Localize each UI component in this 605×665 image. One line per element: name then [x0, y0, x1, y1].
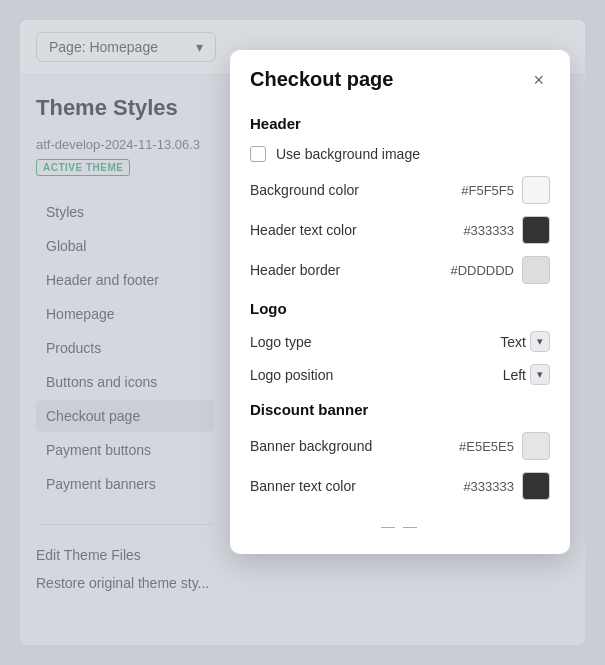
use-background-image-row: Use background image	[250, 146, 550, 162]
banner-text-color-value: #333333	[463, 479, 514, 494]
header-text-color-label: Header text color	[250, 222, 357, 238]
background-color-label: Background color	[250, 182, 359, 198]
logo-section-title: Logo	[250, 300, 550, 317]
logo-type-select: Text ▾	[500, 331, 550, 352]
banner-background-value: #E5E5E5	[459, 439, 514, 454]
modal-body: Header Use background image Background c…	[230, 105, 570, 554]
main-container: Page: Homepage ▾ Theme Styles atf-develo…	[0, 0, 605, 665]
header-text-color-right: #333333	[463, 216, 550, 244]
page-panel: Page: Homepage ▾ Theme Styles atf-develo…	[20, 20, 585, 645]
logo-type-arrow[interactable]: ▾	[530, 331, 550, 352]
header-border-right: #DDDDDD	[450, 256, 550, 284]
background-color-value: #F5F5F5	[461, 183, 514, 198]
modal-title: Checkout page	[250, 68, 393, 91]
use-background-image-label: Use background image	[276, 146, 420, 162]
logo-type-value: Text	[500, 334, 526, 350]
checkout-page-modal: Checkout page × Header Use background im…	[230, 50, 570, 554]
modal-header: Checkout page ×	[230, 50, 570, 105]
discount-banner-section-title: Discount banner	[250, 401, 550, 418]
banner-text-color-row: Banner text color #333333	[250, 472, 550, 500]
logo-position-row: Logo position Left ▾	[250, 364, 550, 385]
logo-position-select: Left ▾	[503, 364, 550, 385]
modal-close-button[interactable]: ×	[527, 69, 550, 91]
banner-text-color-swatch[interactable]	[522, 472, 550, 500]
logo-position-arrow[interactable]: ▾	[530, 364, 550, 385]
header-border-row: Header border #DDDDDD	[250, 256, 550, 284]
drag-handle: — —	[250, 512, 550, 534]
logo-position-value: Left	[503, 367, 526, 383]
header-text-color-swatch[interactable]	[522, 216, 550, 244]
drag-handle-icon: — —	[381, 518, 419, 534]
header-text-color-row: Header text color #333333	[250, 216, 550, 244]
banner-text-color-right: #333333	[463, 472, 550, 500]
header-text-color-value: #333333	[463, 223, 514, 238]
banner-background-swatch[interactable]	[522, 432, 550, 460]
logo-type-row: Logo type Text ▾	[250, 331, 550, 352]
banner-background-right: #E5E5E5	[459, 432, 550, 460]
header-border-value: #DDDDDD	[450, 263, 514, 278]
background-color-swatch[interactable]	[522, 176, 550, 204]
logo-type-label: Logo type	[250, 334, 312, 350]
content-area: Theme Styles atf-develop-2024-11-13.06.3…	[20, 75, 585, 645]
banner-background-row: Banner background #E5E5E5	[250, 432, 550, 460]
header-border-label: Header border	[250, 262, 340, 278]
background-color-right: #F5F5F5	[461, 176, 550, 204]
banner-background-label: Banner background	[250, 438, 372, 454]
use-background-image-checkbox[interactable]	[250, 146, 266, 162]
modal-overlay: Checkout page × Header Use background im…	[20, 20, 585, 645]
header-section-title: Header	[250, 115, 550, 132]
banner-text-color-label: Banner text color	[250, 478, 356, 494]
header-border-swatch[interactable]	[522, 256, 550, 284]
logo-position-label: Logo position	[250, 367, 333, 383]
background-color-row: Background color #F5F5F5	[250, 176, 550, 204]
